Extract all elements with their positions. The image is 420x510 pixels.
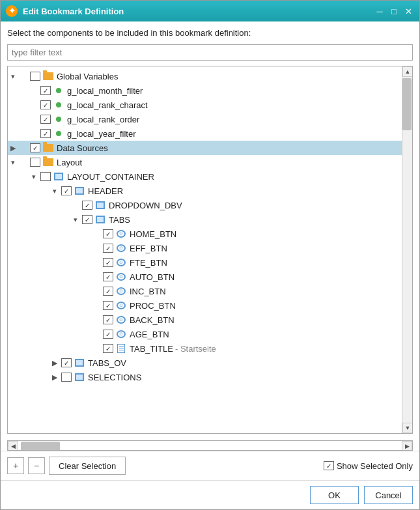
maximize-button[interactable]: □: [388, 5, 400, 17]
tree-container[interactable]: ▾ Global Variables g_local_month_filter: [7, 66, 413, 434]
tree-row[interactable]: ⊙ BACK_BTN: [8, 313, 412, 327]
dot-green-icon: [53, 114, 64, 124]
tree-row[interactable]: ▾ Layout: [8, 155, 412, 169]
scroll-track[interactable]: [402, 77, 412, 423]
widget-icon: ⊙: [116, 229, 126, 239]
tree-row[interactable]: ⊙ AGE_BTN: [8, 327, 412, 341]
scroll-right-arrow[interactable]: ▶: [402, 441, 412, 451]
collapse-all-button[interactable]: −: [28, 457, 45, 474]
tree-row[interactable]: TAB_TITLE - Startseite: [8, 341, 412, 356]
vertical-scrollbar[interactable]: ▲ ▼: [402, 66, 412, 433]
tree-row[interactable]: ▾ Global Variables: [8, 69, 412, 83]
tree-row[interactable]: ⊙ HOME_BTN: [8, 227, 412, 241]
checkbox[interactable]: [61, 373, 72, 382]
scroll-down-arrow[interactable]: ▼: [402, 423, 413, 433]
item-label: INC_BTN: [130, 287, 166, 296]
toggle-icon[interactable]: ▶: [8, 144, 18, 152]
tree-row[interactable]: g_local_year_filter: [8, 126, 412, 141]
tree-row[interactable]: g_local_month_filter: [8, 83, 412, 98]
show-selected-checkbox[interactable]: [324, 461, 334, 470]
tree-row[interactable]: ▶ SELECTIONS: [8, 370, 412, 384]
checkbox[interactable]: [103, 301, 113, 310]
dialog-footer: OK Cancel: [1, 480, 419, 509]
tree-row-data-sources[interactable]: ▶ Data Sources: [8, 141, 412, 155]
scroll-thumb[interactable]: [402, 78, 412, 130]
folder-icon: [43, 157, 53, 167]
checkbox[interactable]: [30, 158, 40, 167]
checkbox[interactable]: [30, 143, 40, 152]
clear-selection-button[interactable]: Clear Selection: [49, 457, 126, 475]
expand-all-button[interactable]: +: [7, 457, 24, 474]
item-label: TABS: [109, 215, 130, 225]
checkbox[interactable]: [40, 115, 51, 124]
layout-icon: [74, 186, 85, 196]
checkbox[interactable]: [103, 315, 113, 324]
scroll-h-track[interactable]: [18, 441, 402, 450]
scroll-up-arrow[interactable]: ▲: [402, 66, 413, 77]
item-label: AGE_BTN: [130, 330, 169, 339]
tree-row[interactable]: ▾ HEADER: [8, 184, 412, 198]
ok-button[interactable]: OK: [310, 486, 359, 504]
folder-icon: [43, 71, 53, 81]
item-sublabel: - Startseite: [175, 344, 216, 354]
doc-icon: [116, 343, 126, 354]
checkbox[interactable]: [30, 72, 40, 81]
checkbox[interactable]: [61, 358, 72, 367]
checkbox[interactable]: [40, 100, 51, 109]
toggle-icon[interactable]: ▶: [49, 359, 60, 367]
checkbox[interactable]: [103, 244, 113, 253]
checkbox[interactable]: [40, 86, 51, 95]
item-label: DROPDOWN_DBV: [109, 201, 182, 210]
toggle-icon[interactable]: ▾: [49, 187, 60, 195]
tree-row[interactable]: ⊙ PROC_BTN: [8, 298, 412, 313]
tree: ▾ Global Variables g_local_month_filter: [8, 66, 412, 395]
layout-icon: [74, 372, 85, 382]
tree-row[interactable]: ▶ TABS_OV: [8, 356, 412, 370]
tree-row[interactable]: ⊙ AUTO_BTN: [8, 270, 412, 284]
item-label: TAB_TITLE: [130, 344, 173, 354]
layout-icon: [53, 171, 64, 182]
checkbox[interactable]: [40, 172, 51, 181]
toggle-icon[interactable]: ▾: [70, 216, 81, 224]
tree-row[interactable]: g_local_rank_order: [8, 112, 412, 126]
item-label: EFF_BTN: [130, 244, 167, 253]
tree-row[interactable]: ▾ TABS: [8, 212, 412, 227]
tree-row[interactable]: ⊙ EFF_BTN: [8, 241, 412, 255]
layout-icon: [95, 200, 105, 210]
item-label: g_local_year_filter: [67, 129, 136, 139]
item-label: Layout: [57, 158, 82, 167]
window-controls: ─ □ ✕: [374, 5, 414, 17]
checkbox[interactable]: [103, 287, 113, 296]
cancel-button[interactable]: Cancel: [364, 486, 413, 504]
horizontal-scrollbar[interactable]: ◀ ▶: [7, 440, 413, 451]
widget-icon: ⊙: [116, 257, 126, 268]
tree-row[interactable]: DROPDOWN_DBV: [8, 198, 412, 212]
tree-row[interactable]: g_local_rank_charact: [8, 98, 412, 112]
show-selected-label[interactable]: Show Selected Only: [324, 461, 413, 471]
tree-row[interactable]: ⊙ FTE_BTN: [8, 255, 412, 270]
checkbox[interactable]: [103, 330, 113, 339]
checkbox[interactable]: [103, 272, 113, 281]
show-selected-text: Show Selected Only: [337, 461, 413, 471]
tree-row[interactable]: ⊙ INC_BTN: [8, 284, 412, 298]
tree-row[interactable]: ▾ LAYOUT_CONTAINER: [8, 169, 412, 184]
toggle-icon[interactable]: ▾: [8, 72, 18, 81]
checkbox[interactable]: [82, 201, 92, 210]
item-label: g_local_month_filter: [67, 86, 143, 96]
checkbox[interactable]: [103, 229, 113, 238]
scroll-left-arrow[interactable]: ◀: [8, 441, 18, 451]
minimize-button[interactable]: ─: [374, 5, 385, 17]
item-label: BACK_BTN: [130, 315, 175, 325]
checkbox[interactable]: [103, 258, 113, 267]
toggle-icon[interactable]: ▾: [8, 158, 18, 167]
scroll-h-thumb[interactable]: [21, 442, 60, 451]
toggle-icon[interactable]: ▾: [29, 173, 39, 181]
widget-icon: ⊙: [116, 315, 126, 325]
close-button[interactable]: ✕: [402, 5, 414, 17]
toggle-icon[interactable]: ▶: [49, 373, 60, 382]
checkbox[interactable]: [82, 215, 92, 224]
checkbox[interactable]: [40, 129, 51, 138]
checkbox[interactable]: [103, 344, 113, 353]
filter-input[interactable]: [7, 44, 413, 61]
checkbox[interactable]: [61, 186, 72, 195]
